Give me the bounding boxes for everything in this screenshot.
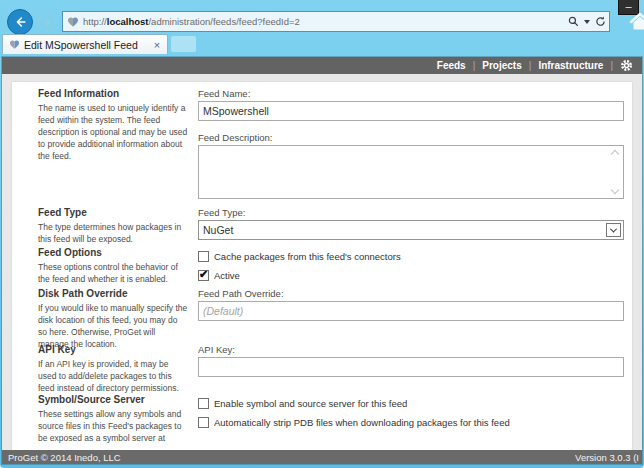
nav-separator: | [529, 60, 532, 71]
chevron-down-icon [610, 225, 617, 232]
home-button[interactable] [629, 12, 644, 32]
checkbox-label: Active [214, 270, 240, 281]
feed-description-textarea[interactable] [198, 145, 624, 199]
scroll-down-icon[interactable] [611, 186, 619, 194]
section-heading: Disk Path Override [38, 288, 188, 299]
checkbox-label: Enable symbol and source server for this… [214, 398, 407, 409]
section-disk-path-override: Disk Path Override If you would like to … [38, 288, 624, 350]
address-row: http://localhost/administration/feeds/fe… [0, 10, 644, 34]
section-description: If an API key is provided, it may be use… [38, 358, 188, 394]
section-description: The type determines how packages in this… [38, 221, 188, 245]
search-dropdown-caret-icon[interactable] [584, 20, 590, 24]
section-heading: API Key [38, 344, 188, 355]
nav-separator: | [473, 60, 476, 71]
form-panel: Feed Information The name is used to uni… [12, 82, 632, 450]
section-api-key: API Key If an API key is provided, it ma… [38, 344, 624, 394]
section-feed-type: Feed Type The type determines how packag… [38, 207, 624, 245]
strip-pdb-checkbox[interactable] [198, 417, 209, 428]
feed-type-select[interactable]: NuGet [198, 220, 624, 240]
main-area: Feed Information The name is used to uni… [2, 74, 642, 450]
enable-symbol-server-option: Enable symbol and source server for this… [198, 394, 624, 413]
url-text: http://localhost/administration/feeds/fe… [83, 16, 568, 27]
select-dropdown-button[interactable] [606, 223, 621, 237]
feed-name-label: Feed Name: [198, 88, 624, 99]
forward-button[interactable] [38, 13, 56, 31]
textarea-scrollbar[interactable] [608, 147, 622, 197]
checkbox-label: Automatically strip PDB files when downl… [214, 417, 510, 428]
footer-copyright: ProGet © 2014 Inedo, LLC [8, 452, 121, 463]
home-icon [629, 12, 644, 32]
nav-item-feeds[interactable]: Feeds [437, 60, 466, 71]
nav-item-infrastructure[interactable]: Infrastructure [538, 60, 603, 71]
tab-close-icon[interactable]: × [150, 39, 164, 51]
section-heading: Feed Type [38, 207, 188, 218]
new-tab-button[interactable] [171, 36, 196, 52]
page-content: Feeds | Projects | Infrastructure | Feed… [2, 57, 642, 464]
section-feed-information: Feed Information The name is used to uni… [38, 88, 624, 199]
footer-version: Version 3.0.3 (I [575, 452, 639, 463]
feed-type-label: Feed Type: [198, 207, 624, 218]
feed-path-override-label: Feed Path Override: [198, 288, 624, 299]
refresh-icon[interactable] [595, 16, 606, 27]
tab-title: Edit MSpowershell Feed [24, 39, 146, 51]
section-symbol-source-server: Symbol/Source Server These settings allo… [38, 394, 624, 444]
site-heart-icon [67, 16, 79, 28]
section-description: These settings allow any symbols and sou… [38, 408, 188, 444]
back-arrow-icon [13, 15, 27, 29]
cache-packages-checkbox[interactable] [198, 251, 209, 262]
section-description: The name is used to uniquely identify a … [38, 102, 188, 162]
gear-icon[interactable] [620, 59, 633, 72]
checkbox-label: Cache packages from this feed's connecto… [214, 251, 401, 262]
section-description: These options control the behavior of th… [38, 261, 188, 285]
tab-edit-feed[interactable]: Edit MSpowershell Feed × [2, 34, 168, 54]
section-description: If you would like to manually specify th… [38, 302, 188, 350]
tab-row: Edit MSpowershell Feed × [2, 34, 644, 54]
app-footer: ProGet © 2014 Inedo, LLC Version 3.0.3 (… [2, 450, 642, 464]
browser-chrome: – http://localhost/administration/feeds/… [0, 0, 644, 57]
section-heading: Feed Information [38, 88, 188, 99]
search-icon[interactable] [568, 16, 579, 27]
api-key-label: API Key: [198, 344, 624, 355]
feed-path-override-input[interactable] [198, 301, 624, 321]
app-nav-bar: Feeds | Projects | Infrastructure | [2, 57, 642, 74]
active-option: Active [198, 266, 624, 285]
tab-favicon-heart-icon [9, 39, 20, 50]
section-feed-options: Feed Options These options control the b… [38, 247, 624, 285]
enable-symbol-server-checkbox[interactable] [198, 398, 209, 409]
nav-item-projects[interactable]: Projects [482, 60, 521, 71]
browser-window: – http://localhost/administration/feeds/… [0, 0, 644, 468]
nav-separator: | [610, 60, 613, 71]
section-heading: Feed Options [38, 247, 188, 258]
section-heading: Symbol/Source Server [38, 394, 188, 405]
forward-arrow-icon [42, 17, 53, 28]
address-bar[interactable]: http://localhost/administration/feeds/fe… [62, 11, 610, 32]
back-button[interactable] [7, 9, 33, 35]
cache-packages-option: Cache packages from this feed's connecto… [198, 247, 624, 266]
feed-name-input[interactable] [198, 101, 624, 121]
feed-description-label: Feed Description: [198, 132, 624, 143]
api-key-input[interactable] [198, 357, 624, 377]
scroll-up-icon[interactable] [611, 150, 619, 158]
active-checkbox[interactable] [198, 270, 209, 281]
feed-type-value: NuGet [203, 224, 233, 236]
strip-pdb-option: Automatically strip PDB files when downl… [198, 413, 624, 432]
